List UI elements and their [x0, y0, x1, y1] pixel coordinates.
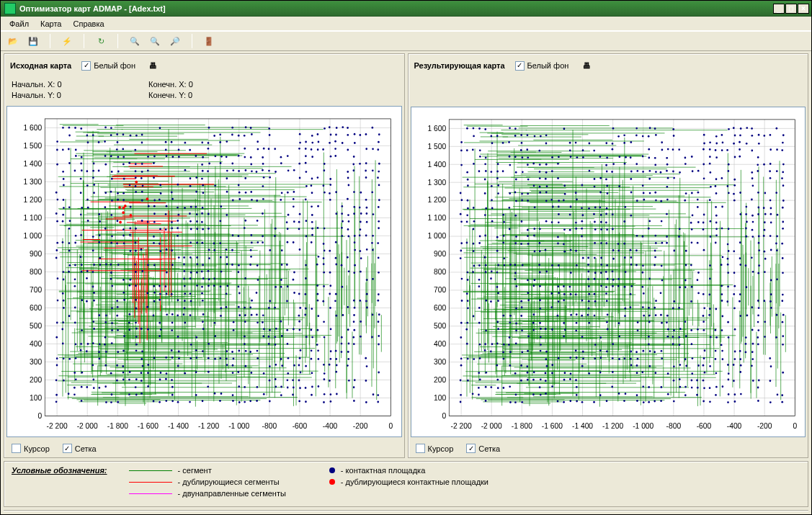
- svg-point-2663: [739, 257, 741, 259]
- svg-point-2367: [635, 372, 638, 374]
- result-print-button[interactable]: 🖶: [579, 58, 594, 73]
- svg-point-2300: [605, 207, 607, 210]
- svg-point-753: [141, 220, 143, 222]
- svg-point-2569: [710, 186, 712, 188]
- svg-point-2448: [661, 149, 663, 151]
- svg-point-562: [74, 264, 76, 267]
- menu-help[interactable]: Справка: [67, 18, 110, 30]
- svg-point-505: [56, 322, 58, 324]
- svg-point-2210: [575, 322, 577, 324]
- svg-point-2133: [545, 271, 548, 273]
- menu-file[interactable]: Файл: [4, 18, 35, 30]
- svg-point-977: [226, 214, 228, 216]
- source-cursor-checkbox[interactable]: Курсор: [12, 444, 50, 453]
- svg-point-2302: [606, 184, 608, 187]
- svg-point-631: [98, 170, 100, 172]
- refresh-button[interactable]: ↻: [93, 33, 109, 49]
- svg-point-725: [135, 344, 138, 346]
- svg-point-2196: [569, 249, 571, 251]
- svg-point-2039: [514, 278, 516, 280]
- result-grid-checkbox[interactable]: ✓ Сетка: [466, 444, 500, 453]
- svg-point-2284: [599, 156, 601, 158]
- svg-point-675: [116, 315, 118, 317]
- zoom-out-button[interactable]: 🔍: [147, 33, 163, 49]
- svg-point-2324: [617, 393, 620, 395]
- svg-text:400: 400: [30, 339, 42, 347]
- svg-point-1123: [280, 156, 282, 158]
- source-chart[interactable]: -2 200-2 000-1 800-1 600-1 400-1 200-1 0…: [12, 112, 397, 434]
- svg-point-951: [215, 155, 217, 157]
- source-print-button[interactable]: 🖶: [146, 58, 161, 73]
- legend-pad: - контактная площадка: [341, 466, 425, 475]
- svg-point-778: [153, 292, 156, 294]
- svg-point-2751: [769, 235, 771, 237]
- svg-point-1326: [353, 343, 355, 345]
- svg-point-856: [184, 322, 186, 324]
- svg-point-924: [202, 156, 204, 158]
- svg-point-2123: [538, 164, 540, 166]
- svg-point-2298: [605, 221, 607, 223]
- svg-point-1373: [365, 199, 367, 201]
- svg-point-2712: [757, 314, 759, 316]
- svg-point-2066: [521, 156, 523, 158]
- svg-point-988: [231, 351, 233, 353]
- svg-point-2405: [648, 315, 651, 317]
- result-chart[interactable]: -2 200-2 000-1 800-1 600-1 400-1 200-1 0…: [416, 113, 801, 434]
- svg-text:-600: -600: [293, 421, 308, 430]
- svg-point-682: [117, 192, 119, 194]
- svg-point-2272: [599, 336, 602, 339]
- svg-text:-1 200: -1 200: [602, 421, 623, 430]
- svg-point-970: [226, 350, 228, 352]
- svg-point-969: [226, 358, 228, 360]
- svg-text:-400: -400: [726, 421, 741, 430]
- svg-point-2064: [521, 192, 523, 194]
- minimize-button[interactable]: _: [773, 4, 785, 14]
- svg-point-1086: [269, 365, 271, 367]
- result-cursor-checkbox[interactable]: Курсор: [416, 444, 454, 453]
- zoom-in-button[interactable]: 🔍: [127, 33, 143, 49]
- svg-text:700: 700: [434, 285, 446, 294]
- checkbox-icon: ✓: [466, 444, 476, 453]
- svg-point-573: [80, 343, 82, 345]
- svg-point-782: [153, 236, 155, 238]
- close-button[interactable]: ×: [798, 4, 809, 14]
- svg-point-2713: [757, 307, 759, 309]
- svg-point-2146: [551, 364, 553, 366]
- svg-point-791: [159, 379, 161, 381]
- svg-point-2060: [521, 264, 523, 267]
- run-button[interactable]: ⚡: [59, 33, 75, 49]
- svg-point-2399: [648, 386, 650, 388]
- svg-point-1377: [365, 148, 367, 150]
- svg-point-2599: [720, 344, 722, 346]
- svg-point-2670: [739, 134, 741, 136]
- result-white-bg-checkbox[interactable]: ✓ Белый фон: [515, 61, 569, 71]
- svg-point-879: [190, 228, 192, 230]
- zoom-fit-button[interactable]: 🔎: [167, 33, 183, 49]
- svg-point-690: [122, 365, 124, 367]
- open-button[interactable]: 📂: [5, 33, 21, 49]
- svg-point-2278: [600, 228, 602, 230]
- svg-point-1090: [268, 307, 270, 309]
- maximize-button[interactable]: □: [785, 4, 797, 14]
- svg-point-2035: [515, 329, 517, 331]
- svg-point-1971: [489, 350, 491, 352]
- svg-point-2099: [533, 206, 535, 208]
- svg-point-2378: [635, 163, 638, 165]
- svg-point-1992: [496, 272, 498, 274]
- svg-point-1150: [293, 205, 295, 207]
- svg-point-1119: [281, 249, 283, 251]
- menu-map[interactable]: Карта: [35, 18, 67, 30]
- save-button[interactable]: 💾: [25, 33, 41, 49]
- svg-point-2510: [690, 343, 692, 345]
- svg-point-1107: [275, 228, 277, 230]
- svg-point-2774: [781, 394, 783, 396]
- svg-point-1368: [366, 248, 368, 251]
- svg-point-1342: [352, 164, 354, 166]
- svg-point-978: [226, 191, 228, 193]
- source-white-bg-checkbox[interactable]: ✓ Белый фон: [81, 61, 135, 71]
- source-grid-checkbox[interactable]: ✓ Сетка: [63, 444, 97, 453]
- svg-point-2153: [550, 199, 553, 201]
- svg-point-1921: [473, 358, 475, 360]
- svg-point-1175: [305, 400, 307, 403]
- exit-button[interactable]: 🚪: [201, 33, 217, 49]
